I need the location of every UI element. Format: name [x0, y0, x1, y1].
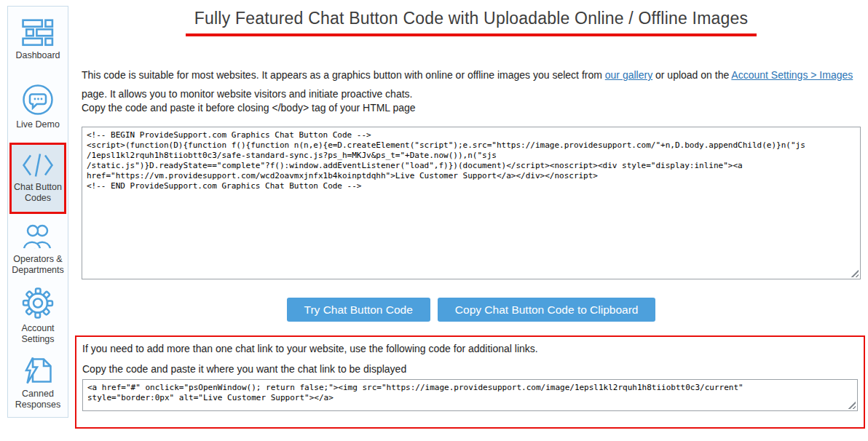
try-chat-button-code-button[interactable]: Try Chat Button Code: [287, 298, 430, 322]
operators-icon: [20, 223, 55, 250]
our-gallery-link[interactable]: our gallery: [605, 69, 652, 81]
additional-link-code-textarea[interactable]: <a href="#" onclick="psOpenWindow(); ret…: [82, 379, 858, 411]
chat-button-code-textarea[interactable]: <!-- BEGIN ProvideSupport.com Graphics C…: [82, 127, 861, 279]
dashboard-icon: [22, 19, 54, 47]
copy-chat-button-code-button[interactable]: Copy Chat Button Code to Clipboard: [438, 298, 656, 322]
sidebar-item-live-demo[interactable]: Live Demo: [11, 74, 65, 140]
additional-link-code-area-wrap: <a href="#" onclick="psOpenWindow(); ret…: [82, 379, 858, 411]
sidebar-item-label: Dashboard: [15, 50, 60, 61]
title-wrap: Fully Featured Chat Button Code with Upl…: [82, 9, 861, 36]
sidebar-item-label: Live Demo: [16, 119, 60, 130]
live-demo-icon: [22, 84, 54, 116]
account-settings-images-link[interactable]: Account Settings > Images: [731, 69, 853, 81]
sidebar-item-label: Chat Button Codes: [12, 182, 63, 204]
sidebar-item-chat-button-codes[interactable]: Chat Button Codes: [9, 143, 66, 214]
chat-button-code-area-wrap: <!-- BEGIN ProvideSupport.com Graphics C…: [82, 127, 861, 279]
page-title: Fully Featured Chat Button Code with Upl…: [186, 9, 757, 36]
chat-button-codes-page: { "sidebar": { "items": [ { "label": "Da…: [0, 0, 868, 441]
gear-icon: [21, 287, 55, 319]
additional-links-line1: If you need to add more than one chat li…: [82, 343, 858, 354]
intro-text: This code is suitable for most websites.…: [82, 69, 605, 81]
sidebar-item-label: Canned Responses: [12, 389, 64, 410]
sidebar-item-canned-responses[interactable]: Canned Responses: [11, 350, 65, 417]
sidebar-item-dashboard[interactable]: Dashboard: [11, 7, 65, 74]
additional-links-line2: Copy the code and paste it where you wan…: [82, 363, 858, 375]
code-icon: [21, 152, 55, 178]
sidebar: Dashboard Live Demo Chat Button Codes Op…: [7, 6, 68, 418]
code-buttons-row: Try Chat Button Code Copy Chat Button Co…: [82, 298, 861, 322]
intro-text: or upload on the: [652, 69, 731, 81]
sidebar-item-account-settings[interactable]: Account Settings: [11, 282, 65, 349]
intro-paragraph: This code is suitable for most websites.…: [82, 65, 861, 103]
additional-links-section: If you need to add more than one chat li…: [75, 335, 865, 429]
sidebar-item-label: Account Settings: [12, 323, 64, 345]
canned-responses-icon: [21, 356, 55, 385]
intro-text: page. It allows you to monitor website v…: [82, 88, 412, 100]
sidebar-item-label: Operators & Departments: [12, 254, 64, 276]
sidebar-item-operators-departments[interactable]: Operators & Departments: [11, 215, 65, 282]
paste-instruction: Copy the code and paste it before closin…: [82, 102, 861, 114]
